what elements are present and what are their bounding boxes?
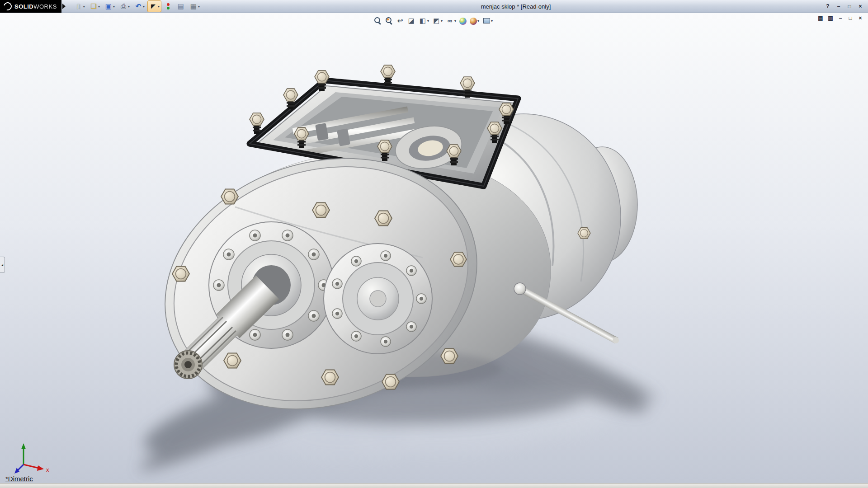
rebuild-button[interactable] [162,0,174,12]
hide-show-items-button[interactable]: ∞▾ [445,16,457,26]
options-button[interactable]: ▦▾ [188,0,202,12]
close-icon: × [859,4,862,9]
dropdown-arrow-icon[interactable]: ▾ [143,5,145,9]
feature-panel-collapse-tab[interactable]: ◂ [0,257,5,273]
dropdown-arrow-icon[interactable]: ▾ [113,5,115,9]
dropdown-arrow-icon[interactable]: ▾ [128,5,130,9]
display-style-icon: ◩ [432,17,440,25]
doc-restore-icon: □ [849,15,852,21]
minimize-icon: – [837,4,840,9]
new-document-icon: ▯ [75,2,83,10]
rebuild-icon [164,2,172,10]
hide-show-items-icon: ∞ [446,17,454,25]
options-icon: ▦ [189,2,198,10]
pane-right-icon: ▥ [828,15,833,21]
zoom-to-area-icon [385,17,393,25]
solidworks-logo: SOLIDWORKS [0,0,61,13]
brand-solid: SOLID [14,3,33,10]
window-title: menjac sklop * [Read-only] [481,3,551,10]
save-button[interactable]: ▣▾ [103,0,117,12]
maximize-icon: □ [848,4,851,9]
view-settings-icon [482,17,491,25]
brand-works: WORKS [33,3,57,10]
edit-appearance-icon [459,18,467,25]
output-flange[interactable] [324,244,432,354]
edit-appearance-button[interactable] [458,16,467,26]
print-icon: ⎙ [119,2,127,10]
section-view-icon: ◪ [407,17,415,25]
viewport-canvas[interactable]: x [0,13,868,483]
graphics-viewport[interactable]: x ↩◪◧▾◩▾∞▾▾▾ ▤▥–□× ◂ *Dimetric [0,13,868,483]
select-button[interactable]: ◤▾ [147,0,161,12]
help-button[interactable]: ? [823,2,833,10]
ds-logo-icon [2,1,14,12]
triad-x-label: x [46,466,49,473]
dropdown-arrow-icon[interactable]: ▾ [441,19,443,23]
spline-end-face [174,351,202,379]
doc-close-icon: × [859,15,862,21]
undo-icon: ↶ [134,2,142,10]
save-icon: ▣ [104,2,113,10]
previous-view-button[interactable]: ↩ [395,16,405,26]
zoom-to-fit-button[interactable] [373,16,382,26]
section-view-button[interactable]: ◪ [406,16,416,26]
dropdown-arrow-icon[interactable]: ▾ [83,5,85,9]
view-toolbar: ↩◪◧▾◩▾∞▾▾▾ [373,16,494,26]
titlebar-controls: ?–□× [823,2,868,10]
document-controls: ▤▥–□× [816,14,864,22]
logo-notch-icon [62,4,66,9]
open-button[interactable]: ❏▾ [88,0,102,12]
doc-minimize-button[interactable]: – [836,14,844,22]
help-icon: ? [826,4,829,9]
standard-toolbar: ▯▾❏▾▣▾⎙▾↶▾◤▾▤▦▾ [73,0,202,12]
pane-right-button[interactable]: ▥ [826,14,835,22]
view-orientation-label: *Dimetric [5,475,33,483]
undo-button[interactable]: ↶▾ [132,0,146,12]
print-button[interactable]: ⎙▾ [118,0,132,12]
status-bar [0,483,868,488]
new-document-button[interactable]: ▯▾ [73,0,87,12]
minimize-button[interactable]: – [834,2,844,10]
view-orientation-icon: ◧ [419,17,427,25]
collapse-arrow-icon: ◂ [1,263,3,267]
dropdown-arrow-icon[interactable]: ▾ [98,5,100,9]
dropdown-arrow-icon[interactable]: ▾ [491,19,493,23]
view-settings-button[interactable]: ▾ [481,16,494,26]
dropdown-arrow-icon[interactable]: ▾ [158,5,160,9]
doc-close-button[interactable]: × [856,14,864,22]
dropdown-arrow-icon[interactable]: ▾ [454,19,456,23]
apply-scene-button[interactable]: ▾ [469,16,480,26]
file-properties-icon: ▤ [177,2,185,10]
previous-view-icon: ↩ [396,17,404,25]
doc-restore-button[interactable]: □ [846,14,854,22]
title-bar: SOLIDWORKS ▯▾❏▾▣▾⎙▾↶▾◤▾▤▦▾ menjac sklop … [0,0,868,13]
select-icon: ◤ [149,2,157,10]
file-properties-button[interactable]: ▤ [175,0,187,12]
zoom-to-fit-icon [373,17,382,25]
display-style-button[interactable]: ◩▾ [431,16,443,26]
maximize-button[interactable]: □ [844,2,854,10]
dropdown-arrow-icon[interactable]: ▾ [427,19,429,23]
view-orientation-button[interactable]: ◧▾ [418,16,430,26]
pane-left-button[interactable]: ▤ [816,14,825,22]
apply-scene-icon [470,18,477,25]
dropdown-arrow-icon[interactable]: ▾ [477,19,479,23]
dropdown-arrow-icon[interactable]: ▾ [198,5,200,9]
pane-left-icon: ▤ [818,15,823,21]
brand-text: SOLIDWORKS [14,3,57,10]
solidworks-window: SOLIDWORKS ▯▾❏▾▣▾⎙▾↶▾◤▾▤▦▾ menjac sklop … [0,0,868,488]
open-icon: ❏ [90,2,98,10]
zoom-to-area-button[interactable] [384,16,394,26]
close-button[interactable]: × [855,2,865,10]
doc-minimize-icon: – [839,15,842,21]
